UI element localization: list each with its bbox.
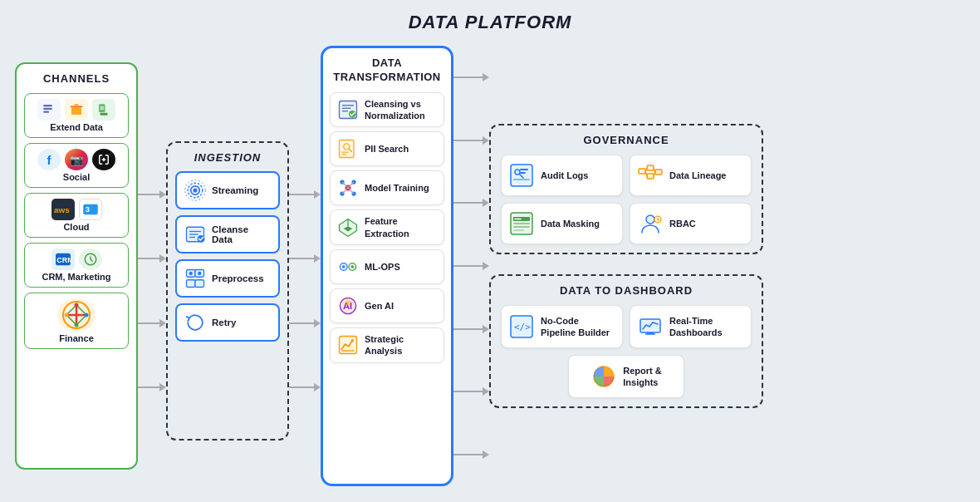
ingestion-preprocess-label: Preprocess [212,273,264,283]
svg-rect-0 [43,105,52,106]
svg-line-74 [654,168,655,172]
transform-model-label: Model Training [365,182,429,194]
transform-mlops-label: ML-OPS [365,261,400,273]
transform-to-right-arrows [453,46,489,486]
svg-rect-70 [647,174,654,179]
svg-rect-66 [520,172,526,174]
transformation-section: DATATRANSFORMATION Cleansing vsNormaliza… [321,46,453,486]
channel-crm-label: CRM, Marketing [42,272,110,282]
transform-genai: AI Gen AI [330,288,444,323]
transform-mlops: ML-OPS [330,249,444,284]
svg-text:3: 3 [85,204,89,214]
gov-data-lineage: Data Lineage [630,155,752,196]
transformation-title: DATATRANSFORMATION [333,57,441,85]
ingestion-cleanse-label: Cleanse Data [212,224,272,244]
svg-rect-65 [520,169,528,170]
svg-rect-2 [43,111,49,113]
svg-rect-80 [513,229,524,231]
svg-point-21 [193,188,197,192]
svg-line-50 [342,188,348,194]
svg-point-15 [85,313,89,317]
svg-text:</>: </> [514,322,531,332]
svg-rect-5 [100,106,105,107]
ingestion-streaming: Streaming [175,171,280,209]
governance-grid: Audit Logs Data Lineage [501,155,752,244]
ingestion-preprocess: Preprocess [175,259,280,298]
channel-finance: Finance [24,293,129,349]
channel-cloud-label: Cloud [63,222,89,232]
svg-line-51 [348,188,354,194]
channels-title: CHANNELS [43,72,110,85]
svg-point-17 [65,313,69,317]
dash-pipeline-label: No-CodePipeline Builder [541,315,610,339]
gov-masking-label: Data Masking [541,219,600,229]
gov-rbac-label: RBAC [669,219,696,229]
dash-pipeline: </> No-CodePipeline Builder [501,305,623,348]
svg-rect-71 [655,170,662,175]
channel-social-label: Social [63,172,90,182]
svg-line-48 [342,182,348,188]
svg-point-81 [646,215,654,224]
channel-social: f 📷 Social [24,143,129,188]
channel-finance-label: Finance [59,333,94,343]
gov-rbac: RBAC [630,203,752,244]
svg-rect-3 [99,104,105,112]
gov-audit-label: Audit Logs [541,170,588,180]
channels-section: CHANNELS Extend Data f [15,62,138,470]
transform-pii-label: PII Search [365,143,409,155]
svg-rect-6 [100,109,105,110]
svg-rect-67 [513,179,530,180]
svg-rect-30 [195,280,204,288]
ingestion-cleanse: Cleanse Data [175,215,280,253]
svg-rect-1 [43,108,52,110]
ingestion-retry-label: Retry [212,317,236,327]
svg-rect-29 [187,280,196,288]
page-title: DATA PLATFORM [0,0,980,42]
ingestion-to-transform-arrows [289,162,321,420]
dashboard-section: DATA TO DASHBOARD </> No-CodePipeline Bu… [489,274,763,408]
svg-point-32 [198,272,201,275]
transform-cleansing-label: Cleansing vsNormalization [365,98,425,122]
dashboard-title: DATA TO DASHBOARD [560,284,693,297]
dash-report-label: Report &Insights [623,365,661,389]
dash-report: Report &Insights [568,355,684,398]
transform-cleansing: Cleansing vsNormalization [330,92,444,128]
svg-text:CRM: CRM [56,256,71,264]
svg-line-49 [348,182,354,188]
gov-data-masking: Data Masking [501,203,623,244]
gov-lineage-label: Data Lineage [669,170,726,180]
svg-line-72 [645,168,647,171]
transform-feature-label: FeatureExtraction [365,215,409,239]
channel-extend-data: Extend Data [24,93,129,138]
gov-audit-logs: Audit Logs [501,155,623,196]
svg-point-16 [75,323,79,327]
channel-extend-label: Extend Data [50,122,103,132]
svg-rect-42 [341,155,346,155]
ingestion-retry: Retry [175,303,280,342]
transform-model: Model Training [330,170,444,205]
transform-genai-label: Gen AI [365,300,394,312]
channels-to-ingestion-arrows [138,162,166,420]
channel-crm: CRM CRM, Marketing [24,243,129,288]
svg-text:aws: aws [54,205,70,214]
ingestion-title: INGESTION [194,151,262,164]
governance-section: GOVERNANCE Audit Logs [489,124,763,254]
transform-feature: FeatureExtraction [330,209,444,245]
transform-strategic-label: StrategicAnalysis [365,333,404,357]
svg-rect-4 [100,113,108,116]
svg-point-61 [351,339,355,342]
svg-line-75 [654,172,655,176]
svg-rect-78 [513,223,530,224]
svg-rect-79 [513,226,530,228]
channel-cloud: aws 3 Cloud [24,193,129,238]
svg-point-14 [75,303,79,308]
svg-point-31 [189,272,193,275]
governance-title: GOVERNANCE [583,134,669,146]
dash-realtime-label: Real-TimeDashboards [669,315,723,339]
ingestion-section: INGESTION Streaming Cleanse Data [166,141,289,440]
svg-line-73 [645,171,647,176]
svg-rect-38 [340,140,355,158]
right-section: GOVERNANCE Audit Logs [489,124,763,408]
dashboard-grid: </> No-CodePipeline Builder Real-TimeDas… [501,305,752,348]
dash-realtime: Real-TimeDashboards [630,305,752,348]
